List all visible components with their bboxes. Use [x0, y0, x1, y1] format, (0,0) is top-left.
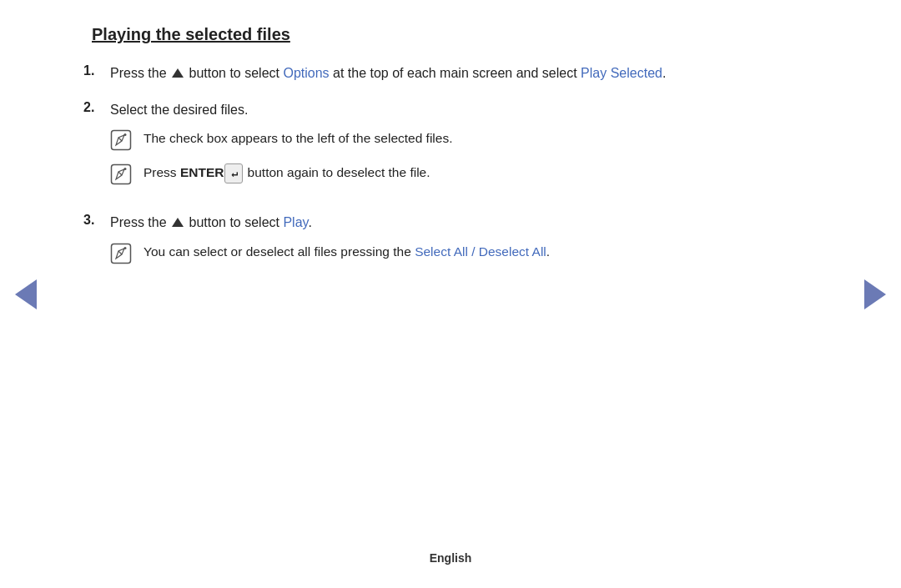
up-triangle-icon-1 [172, 68, 184, 78]
step-3-notes: You can select or deselect all files pre… [110, 242, 818, 268]
svg-point-5 [124, 247, 127, 249]
enter-arrow-icon: ↵ [231, 165, 238, 182]
step-2-note-1-text: The check box appears to the left of the… [143, 128, 453, 148]
step-3-number: 3. [83, 212, 110, 228]
step-1-text: Press the button to select Options at th… [110, 66, 666, 80]
pencil-note-icon-1 [110, 129, 132, 151]
up-triangle-icon-3 [172, 218, 184, 227]
step-1-content: Press the button to select Options at th… [110, 63, 818, 84]
note-icon-2 [110, 163, 137, 188]
step-3-note-1-text: You can select or deselect all files pre… [143, 242, 550, 262]
step-2-text: Select the desired files. [110, 103, 248, 117]
step-list: 1. Press the button to select Options at… [83, 63, 818, 276]
step-2-number: 2. [83, 99, 110, 115]
step-2-content: Select the desired files. The check box … [110, 99, 818, 198]
step-2: 2. Select the desired files. [83, 99, 818, 198]
note-icon-3 [110, 243, 137, 268]
step-3-text: Press the button to select Play. [110, 215, 312, 229]
options-link[interactable]: Options [283, 66, 329, 80]
play-link[interactable]: Play [283, 215, 308, 229]
step-3-content: Press the button to select Play. Y [110, 212, 818, 276]
step-1: 1. Press the button to select Options at… [83, 63, 818, 84]
svg-point-1 [124, 133, 127, 136]
enter-bold: ENTER [180, 165, 224, 179]
nav-arrow-right[interactable] [864, 279, 886, 309]
pencil-note-icon-2 [110, 163, 132, 185]
page-title: Playing the selected files [92, 25, 818, 44]
step-2-note-1: The check box appears to the left of the… [110, 128, 818, 154]
step-1-number: 1. [83, 63, 110, 78]
step-2-notes: The check box appears to the left of the… [110, 128, 818, 188]
nav-arrow-left[interactable] [15, 279, 37, 309]
enter-key-symbol: ↵ [224, 163, 243, 183]
step-2-note-2-text: Press ENTER↵ button again to deselect th… [143, 163, 430, 183]
svg-point-3 [124, 168, 127, 170]
play-selected-link[interactable]: Play Selected [581, 66, 662, 80]
page-content: Playing the selected files 1. Press the … [0, 0, 901, 341]
pencil-note-icon-3 [110, 243, 132, 264]
step-2-note-2: Press ENTER↵ button again to deselect th… [110, 163, 818, 188]
select-all-deselect-all-link[interactable]: Select All / Deselect All [415, 244, 546, 259]
step-3: 3. Press the button to select Play. [83, 212, 818, 276]
step-3-note-1: You can select or deselect all files pre… [110, 242, 818, 268]
note-icon-1 [110, 129, 137, 154]
footer-language: English [430, 551, 472, 565]
